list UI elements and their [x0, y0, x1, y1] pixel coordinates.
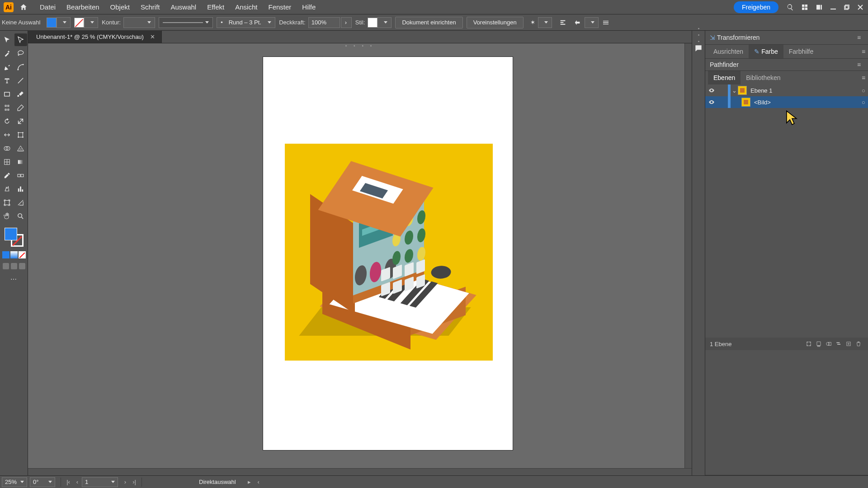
menu-view[interactable]: Ansicht [230, 0, 263, 14]
rotate-field[interactable]: 0° [30, 477, 55, 487]
direct-selection-tool[interactable] [14, 33, 27, 46]
visibility-toggle-icon[interactable] [705, 87, 718, 94]
document-setup-button[interactable]: Dokument einrichten [395, 17, 462, 28]
placed-image[interactable] [285, 144, 493, 361]
transform-panel-tab[interactable]: Transformieren [717, 34, 760, 41]
expand-layer-icon[interactable]: ⌄ [731, 87, 738, 94]
color-mode-none[interactable] [19, 251, 26, 258]
new-layer-icon[interactable] [844, 341, 854, 347]
line-tool[interactable] [14, 74, 27, 87]
opacity-field[interactable] [308, 17, 340, 28]
layer-row[interactable]: ⌄ Ebene 1 ○ [705, 84, 868, 96]
menu-effect[interactable]: Effekt [202, 0, 230, 14]
align-panel-tab[interactable]: Ausrichten [708, 45, 749, 58]
close-tab-icon[interactable]: ✕ [150, 33, 155, 40]
artboard-nav-field[interactable]: 1 [82, 477, 118, 487]
isolation-dropdown[interactable] [585, 17, 599, 28]
menu-object[interactable]: Objekt [105, 0, 135, 14]
curvature-tool[interactable] [14, 61, 27, 73]
paintbrush-tool[interactable] [14, 88, 27, 100]
width-tool[interactable] [1, 128, 14, 141]
first-artboard-icon[interactable]: |‹ [64, 479, 73, 485]
fill-dropdown[interactable] [57, 17, 71, 28]
shape-builder-tool[interactable] [1, 142, 14, 155]
panel-gripper-icon[interactable]: • • • • [345, 43, 374, 48]
last-artboard-icon[interactable]: ›| [130, 479, 139, 485]
perspective-grid-tool[interactable] [14, 142, 27, 155]
window-restore-icon[interactable] [840, 3, 854, 11]
zoom-tool[interactable] [14, 210, 27, 222]
workspace-icon[interactable] [798, 1, 811, 14]
search-icon[interactable] [784, 1, 797, 14]
blend-tool[interactable] [14, 169, 27, 182]
status-prev-icon[interactable]: ‹ [254, 479, 263, 485]
layers-panel-tab[interactable]: Ebenen [708, 71, 741, 84]
isolation-mode-icon[interactable] [571, 16, 584, 29]
artboard-tool[interactable] [1, 196, 14, 209]
status-flyout-icon[interactable]: ▸ [245, 479, 254, 485]
color-guide-panel-tab[interactable]: Farbhilfe [783, 45, 819, 58]
rotate-tool[interactable] [1, 115, 14, 127]
panel-menu-icon[interactable]: ≡ [855, 34, 863, 41]
home-icon[interactable] [16, 0, 31, 14]
controlbar-menu-icon[interactable] [599, 16, 612, 29]
color-panel-tab[interactable]: Farbe [761, 48, 778, 55]
hand-tool[interactable] [1, 210, 14, 222]
gradient-tool[interactable] [14, 155, 27, 168]
magic-wand-tool[interactable] [1, 47, 14, 60]
layer-row[interactable]: <Bild> ○ [705, 96, 868, 108]
graphic-style-dropdown[interactable] [377, 17, 392, 28]
pathfinder-panel-tab[interactable]: Pathfinder [710, 61, 739, 68]
pen-tool[interactable] [1, 61, 14, 73]
color-mode-gradient[interactable] [10, 251, 18, 258]
panel-menu-icon[interactable]: ≡ [855, 61, 863, 68]
target-icon[interactable]: ○ [859, 99, 868, 106]
rectangle-tool[interactable] [1, 88, 14, 100]
column-graph-tool[interactable] [14, 183, 27, 195]
opacity-flyout[interactable]: › [341, 17, 352, 28]
collect-for-export-icon[interactable] [814, 341, 824, 347]
stroke-dropdown[interactable] [84, 17, 98, 28]
make-clipping-mask-icon[interactable] [824, 341, 834, 347]
brush-preset[interactable]: • Rund – 3 Pt. [217, 17, 275, 28]
panel-menu-icon[interactable]: ≡ [860, 74, 868, 81]
horizontal-scrollbar[interactable] [28, 468, 692, 475]
type-tool[interactable] [1, 74, 14, 87]
symbol-sprayer-tool[interactable] [1, 183, 14, 195]
share-button[interactable]: Freigeben [734, 1, 778, 13]
layer-name[interactable]: <Bild> [754, 99, 859, 106]
stroke-swatch[interactable] [74, 18, 84, 28]
layer-name[interactable]: Ebene 1 [750, 87, 859, 94]
menu-file[interactable]: Datei [34, 0, 61, 14]
eraser-tool[interactable] [14, 101, 27, 114]
preferences-button[interactable]: Voreinstellungen [467, 17, 524, 28]
fill-swatch[interactable] [47, 18, 57, 28]
menu-type[interactable]: Schrift [135, 0, 165, 14]
window-close-icon[interactable] [854, 3, 867, 11]
menu-window[interactable]: Fenster [263, 0, 297, 14]
zoom-field[interactable]: 25% [2, 477, 27, 487]
menu-help[interactable]: Hilfe [297, 0, 321, 14]
window-minimize-icon[interactable] [826, 3, 840, 11]
shaper-tool[interactable] [1, 101, 14, 114]
arrange-icon[interactable] [813, 1, 826, 14]
strip-gripper-icon[interactable]: • • • [696, 28, 701, 44]
locate-object-icon[interactable] [804, 341, 814, 347]
lasso-tool[interactable] [14, 47, 27, 60]
draw-modes[interactable] [2, 263, 26, 269]
free-transform-tool[interactable] [14, 128, 27, 141]
color-mode-solid[interactable] [2, 251, 9, 258]
delete-layer-icon[interactable] [854, 341, 863, 347]
menu-select[interactable]: Auswahl [165, 0, 202, 14]
vertical-scrollbar[interactable] [684, 43, 692, 468]
slice-tool[interactable] [14, 196, 27, 209]
color-mode-switch[interactable] [2, 251, 26, 258]
new-sublayer-icon[interactable] [834, 341, 844, 347]
transform-again-dropdown[interactable] [538, 17, 552, 28]
canvas[interactable]: • • • • [28, 43, 692, 475]
stroke-weight-field[interactable] [123, 17, 155, 28]
toolbox-more-icon[interactable]: ⋯ [10, 276, 18, 283]
next-artboard-icon[interactable]: › [121, 479, 130, 485]
scale-tool[interactable] [14, 115, 27, 127]
transform-again-icon[interactable]: ✶ [528, 19, 538, 26]
